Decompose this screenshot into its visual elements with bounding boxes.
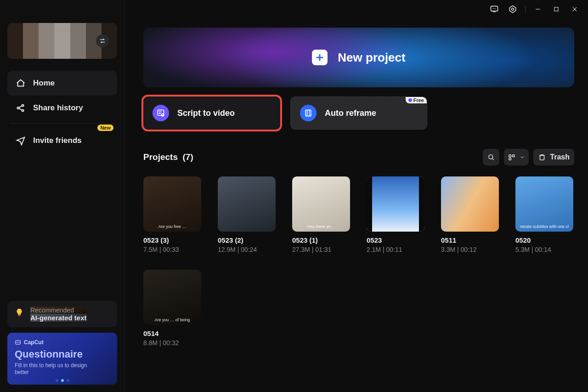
- quick-script-to-video[interactable]: Script to video: [143, 97, 280, 130]
- promo-questionnaire[interactable]: CapCut Questionnaire Fill in this to hel…: [7, 333, 117, 385]
- project-meta: 5.3M | 00:14: [515, 246, 573, 253]
- project-name: 0520: [515, 236, 573, 244]
- project-name: 0514: [143, 330, 201, 337]
- bulb-icon: [14, 307, 25, 318]
- project-meta: 27.3M | 01:31: [292, 246, 350, 253]
- svg-point-4: [495, 8, 496, 9]
- svg-rect-20: [540, 155, 544, 160]
- sidebar-item-home[interactable]: Home: [7, 71, 117, 96]
- svg-point-9: [22, 104, 24, 106]
- project-name: 0523: [367, 236, 424, 244]
- quick-auto-reframe[interactable]: Free Auto reframe: [290, 97, 427, 130]
- svg-rect-19: [509, 158, 511, 160]
- sidebar-item-label: Share history: [33, 103, 83, 113]
- project-meta: 7.5M | 00:33: [143, 246, 201, 253]
- project-thumbnail: Are you … of being: [143, 270, 201, 325]
- project-thumbnail: [367, 176, 424, 232]
- thumb-caption: Has there an…: [292, 224, 350, 229]
- new-badge: New: [97, 125, 113, 131]
- thumb-caption: Are you free …: [143, 224, 201, 229]
- project-meta: 3.3M | 00:12: [441, 246, 499, 253]
- svg-rect-17: [509, 155, 511, 157]
- sidebar: Home Share history Invite friends New Re…: [0, 0, 125, 392]
- svg-point-2: [493, 8, 494, 9]
- account-card[interactable]: [7, 23, 117, 59]
- svg-point-10: [22, 109, 24, 111]
- trash-button[interactable]: Trash: [533, 149, 574, 165]
- project-thumbnail: Are you free …: [143, 176, 201, 232]
- project-thumbnail: Has there an…: [292, 176, 350, 232]
- project-card[interactable]: 0523 (2)12.9M | 00:24: [218, 176, 276, 253]
- projects-header: Projects (7) Trash: [143, 149, 574, 165]
- reframe-icon: [300, 105, 317, 121]
- sidebar-item-label: Invite friends: [33, 136, 82, 145]
- svg-rect-15: [305, 110, 311, 116]
- promo-brand: CapCut: [15, 339, 110, 346]
- share-icon: [16, 103, 26, 113]
- project-thumbnail: [441, 176, 499, 232]
- divider: [525, 6, 526, 13]
- project-card[interactable]: 05113.3M | 00:12: [441, 176, 499, 253]
- svg-point-3: [494, 8, 495, 9]
- promo-title: Questionnaire: [15, 348, 110, 360]
- home-icon: [16, 78, 26, 88]
- thumb-caption: nerate subtitles with one cl: [515, 224, 573, 229]
- svg-rect-11: [18, 315, 21, 316]
- minimize-button[interactable]: [530, 2, 546, 16]
- project-name: 0523 (1): [292, 236, 350, 244]
- svg-point-8: [17, 107, 19, 109]
- sidebar-divider: [10, 123, 114, 124]
- svg-marker-5: [509, 6, 515, 13]
- project-card[interactable]: Are you … of being05148.8M | 00:32: [143, 270, 201, 347]
- window-controls: [486, 2, 582, 16]
- project-meta: 8.8M | 00:32: [143, 339, 201, 347]
- quick-label: Script to video: [177, 108, 235, 118]
- maximize-button[interactable]: [548, 2, 564, 16]
- project-card[interactable]: 05232.1M | 00:11: [367, 176, 424, 253]
- projects-grid: Are you free …0523 (3)7.5M | 00:330523 (…: [143, 176, 574, 347]
- new-project-button[interactable]: New project: [143, 28, 574, 87]
- promo-line2: AI-generated text: [30, 314, 87, 322]
- project-thumbnail: [218, 176, 276, 232]
- promo-sub: Fill in this to help us to design better: [15, 362, 93, 376]
- plus-icon: [312, 50, 328, 65]
- promo-line1: Recommended: [30, 307, 87, 314]
- free-badge: Free: [406, 97, 427, 103]
- carousel-dots: [56, 379, 69, 382]
- project-meta: 2.1M | 00:11: [367, 246, 424, 253]
- project-card[interactable]: Has there an…0523 (1)27.3M | 01:31: [292, 176, 350, 253]
- project-name: 0523 (3): [143, 236, 201, 244]
- project-name: 0523 (2): [218, 236, 276, 244]
- main: New project Script to video Free Auto re…: [125, 0, 588, 392]
- send-icon: [16, 136, 26, 146]
- project-card[interactable]: Are you free …0523 (3)7.5M | 00:33: [143, 176, 201, 253]
- project-name: 0511: [441, 236, 499, 244]
- svg-point-6: [512, 8, 514, 11]
- feedback-icon[interactable]: [486, 2, 502, 16]
- sidebar-item-invite[interactable]: Invite friends New: [7, 128, 117, 153]
- svg-rect-7: [554, 7, 558, 11]
- svg-point-16: [489, 155, 493, 159]
- sidebar-item-label: Home: [33, 79, 55, 88]
- project-thumbnail: nerate subtitles with one cl: [515, 176, 573, 232]
- swap-icon[interactable]: [96, 34, 109, 47]
- svg-rect-18: [513, 155, 515, 157]
- project-card[interactable]: nerate subtitles with one cl05205.3M | 0…: [515, 176, 573, 253]
- promo-recommended[interactable]: Recommended AI-generated text: [7, 301, 117, 327]
- settings-icon[interactable]: [505, 2, 520, 16]
- new-project-label: New project: [338, 51, 405, 65]
- view-sort-button[interactable]: [504, 149, 529, 165]
- svg-rect-13: [158, 110, 164, 115]
- script-icon: [153, 105, 169, 121]
- sidebar-item-share-history[interactable]: Share history: [7, 96, 117, 120]
- quick-label: Auto reframe: [325, 108, 376, 118]
- thumb-caption: Are you … of being: [143, 318, 201, 322]
- quick-actions: Script to video Free Auto reframe: [143, 97, 574, 130]
- close-button[interactable]: [567, 2, 582, 16]
- projects-title: Projects (7): [143, 152, 193, 162]
- search-button[interactable]: [483, 149, 499, 165]
- project-meta: 12.9M | 00:24: [218, 246, 276, 253]
